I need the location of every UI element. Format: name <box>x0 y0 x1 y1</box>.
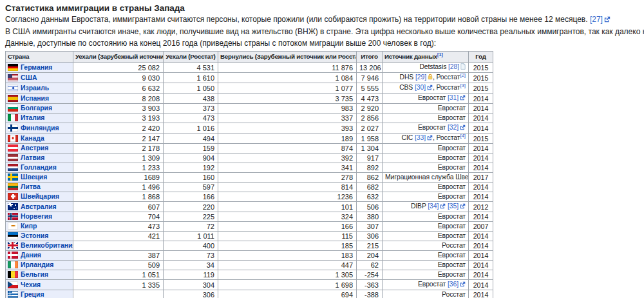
cell-source: Евростат <box>383 163 469 173</box>
cell-year: 2014 <box>469 94 493 104</box>
cell-total: 506 <box>357 202 383 212</box>
country-link[interactable]: Швейцария <box>21 193 59 200</box>
source-text: DIBP <box>411 203 428 210</box>
cell-total: 204 <box>357 251 383 261</box>
table-header-row: Страна Уехали (Зарубежный источник) Уеха… <box>6 52 493 63</box>
table-row: Голландия1 233192341892Евростат2014 <box>6 163 493 173</box>
country-link[interactable]: Греция <box>21 291 44 298</box>
country-link[interactable]: Чехия <box>21 281 41 288</box>
cell-returned: 337 <box>218 114 357 123</box>
cell-left-foreign <box>73 290 164 298</box>
source-text: Евростат <box>438 164 466 171</box>
external-link-icon[interactable] <box>460 124 466 132</box>
flag-icon-il <box>8 84 18 92</box>
country-link[interactable]: Германия <box>21 64 52 71</box>
flag-icon-ca <box>8 135 18 142</box>
cell-total: 682 <box>357 183 383 192</box>
cell-left-foreign: 1 233 <box>73 163 164 173</box>
country-link[interactable]: Литва <box>21 183 41 190</box>
country-link[interactable]: Латвия <box>21 154 44 161</box>
country-link[interactable]: Кипр <box>21 223 37 230</box>
source-text: Евростат <box>438 114 466 121</box>
source-ref-link[interactable]: [34] <box>428 203 439 210</box>
external-link-icon[interactable] <box>460 281 466 288</box>
cell-returned: 1 698 <box>218 280 357 290</box>
table-body: Германия25 0824 53111 87613 206Detstasis… <box>6 63 493 298</box>
country-link[interactable]: Испания <box>21 95 49 102</box>
footnote-ref[interactable]: [2] <box>460 73 466 78</box>
footnote-ref[interactable]: [4] <box>460 134 466 139</box>
cell-left-rosstat: 597 <box>164 183 218 192</box>
cell-left-rosstat: 34 <box>164 261 218 270</box>
table-row: Чехия1 3353041 698-363Евростат [36]2014 <box>6 280 493 290</box>
paragraph-data-note: Данные, доступные по состоянию на конец … <box>5 39 639 47</box>
source-ref-link[interactable]: [35] <box>448 203 459 210</box>
source-text: Росстат <box>442 291 466 298</box>
source-text: , Росстат <box>433 74 460 81</box>
cell-year: 2015 <box>469 73 493 83</box>
country-cell: Ирландия <box>6 261 73 270</box>
country-cell: Латвия <box>6 154 73 163</box>
country-link[interactable]: Бельгия <box>21 271 48 278</box>
cell-total: 862 <box>357 173 383 183</box>
country-link[interactable]: Швеция <box>21 174 47 181</box>
source-text: Евростат <box>418 94 448 101</box>
cell-total: 4 473 <box>357 94 383 104</box>
country-link[interactable]: Финляндия <box>21 124 59 132</box>
country-link[interactable]: Австрия <box>21 144 48 152</box>
flag-icon-gr <box>8 291 18 298</box>
source-ref-link[interactable]: [36] <box>448 281 459 288</box>
country-link[interactable]: Израиль <box>21 84 49 92</box>
ref-27-link[interactable]: [27] <box>590 15 603 24</box>
cell-year: 2014 <box>469 192 493 202</box>
source-ref-link[interactable]: [32] <box>448 124 459 131</box>
country-link[interactable]: Голландия <box>21 164 57 171</box>
source-ref-link[interactable]: [29] <box>415 74 426 81</box>
cell-left-foreign: 8 208 <box>73 94 164 104</box>
external-link-icon[interactable] <box>427 84 433 92</box>
immigration-table: Страна Уехали (Зарубежный источник) Уеха… <box>5 51 493 298</box>
country-link[interactable]: Болгария <box>21 104 52 112</box>
external-link-icon[interactable] <box>604 15 611 25</box>
external-link-icon[interactable] <box>460 95 466 102</box>
table-row: Израиль6 6321 0501 0775 555CBS [30], Рос… <box>6 83 493 94</box>
country-link[interactable]: США <box>21 74 37 81</box>
header-left-rosstat: Уехали (Росстат) <box>164 52 218 63</box>
flag-icon-dk <box>8 252 18 259</box>
country-cell: Австрия <box>6 144 73 154</box>
table-row: Канада2 1474941891 958CIC [33], Росстат[… <box>6 134 493 144</box>
source-ref-link[interactable]: [31] <box>448 94 459 101</box>
source-ref-link[interactable]: [33] <box>415 134 426 141</box>
footnote-ref[interactable]: [3] <box>460 83 466 88</box>
cell-returned: 324 <box>218 212 357 222</box>
cell-year: 2017 <box>469 173 493 183</box>
country-link[interactable]: Эстония <box>21 232 48 239</box>
cell-left-foreign: 704 <box>73 212 164 222</box>
footnote-ref-1[interactable]: [1] <box>437 52 443 57</box>
external-link-icon[interactable] <box>427 135 433 142</box>
source-ref-link[interactable]: [30] <box>415 84 426 91</box>
cell-total: 1 958 <box>357 134 383 144</box>
cell-source: DHS [29], Росстат[2] <box>383 73 469 83</box>
country-link[interactable]: Италия <box>21 114 44 121</box>
country-link[interactable]: Дания <box>21 252 41 259</box>
external-link-icon[interactable] <box>440 203 446 210</box>
external-link-icon[interactable] <box>460 203 466 210</box>
source-text: CBS <box>399 84 415 91</box>
cell-left-foreign: 1 051 <box>73 270 164 280</box>
country-link[interactable]: Австралия <box>21 203 57 210</box>
source-ref-link[interactable]: [28] <box>448 63 459 70</box>
country-link[interactable]: Норвегия <box>21 213 52 220</box>
country-cell: Греция <box>6 290 73 298</box>
table-row: Австрия2 1781598741 304Евростат2014 <box>6 144 493 154</box>
country-cell: Испания <box>6 94 73 104</box>
cell-total: 5 555 <box>357 83 383 94</box>
cell-source: Евростат [36] <box>383 280 469 290</box>
source-text: Евростат <box>438 261 466 268</box>
cell-year: 2014 <box>469 251 493 261</box>
country-link[interactable]: Великобритания <box>21 242 73 249</box>
cell-total: -388 <box>357 290 383 298</box>
flag-icon-es <box>8 95 18 102</box>
country-link[interactable]: Ирландия <box>21 261 53 268</box>
country-link[interactable]: Канада <box>21 135 44 142</box>
